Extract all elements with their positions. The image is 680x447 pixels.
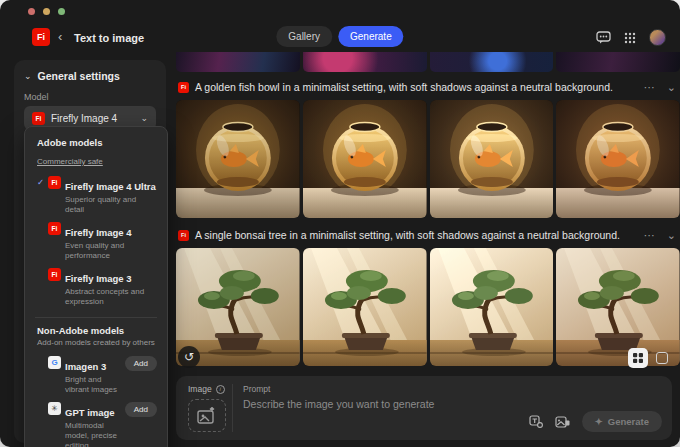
firefly-model-icon: Fi	[32, 112, 45, 125]
firefly-model-icon: Fi	[48, 268, 61, 281]
history-button[interactable]: ↺	[178, 346, 200, 368]
generated-image[interactable]	[556, 52, 680, 72]
chevron-down-icon: ⌄	[140, 114, 148, 123]
grid-view-button[interactable]	[628, 348, 648, 368]
model-description: Multimodal model, precise editing	[65, 421, 121, 447]
menu-divider	[35, 317, 157, 318]
model-dropdown-menu: Adobe models Commercially safe ✓ Fi Fire…	[24, 126, 168, 447]
generated-image-bonsai[interactable]	[303, 248, 427, 366]
window-controls[interactable]	[28, 8, 65, 15]
image-label: Image	[188, 384, 212, 394]
chevron-down-icon: ⌄	[24, 72, 32, 81]
sparkle-icon: ✦	[595, 416, 603, 427]
firefly-model-icon: Fi	[48, 176, 61, 189]
model-name: Imagen 3	[65, 361, 106, 372]
model-name: Firefly Image 4	[65, 227, 132, 238]
tab-generate[interactable]: Generate	[338, 26, 404, 47]
apps-grid-icon[interactable]	[624, 32, 636, 44]
collapse-row-icon[interactable]: ⌄	[667, 81, 676, 94]
bonsai-image-row	[176, 248, 680, 366]
single-view-button[interactable]	[656, 352, 668, 364]
generated-image-goldfish[interactable]	[556, 100, 680, 218]
history-icon: ↺	[184, 350, 194, 364]
feed-row-header: Fi A golden fish bowl in a minimalist se…	[176, 76, 680, 98]
minimize-window-button[interactable]	[43, 8, 50, 15]
commercially-safe-link[interactable]: Commercially safe	[37, 157, 103, 166]
model-description: Bright and vibrant images	[65, 375, 121, 395]
model-label: Model	[24, 92, 156, 102]
feed-row-header: Fi A single bonsai tree in a minimalist …	[176, 224, 680, 246]
settings-sidebar: ⌄ General settings Model Fi Firefly Imag…	[14, 60, 166, 443]
grid-view-icon	[633, 353, 643, 363]
generated-image-goldfish[interactable]	[176, 100, 300, 218]
add-imagen-button[interactable]: Add	[125, 356, 157, 371]
model-description: Superior quality and detail	[65, 195, 157, 215]
generated-image-bonsai[interactable]	[430, 248, 554, 366]
google-imagen-icon: G	[48, 356, 61, 369]
header-tabs: Gallery Generate	[276, 26, 403, 47]
firefly-app-window: Fi ‹ Text to image Gallery Generate	[0, 0, 680, 447]
menu-item-imagen-3[interactable]: G Imagen 3 Bright and vibrant images Add	[33, 353, 159, 399]
non-adobe-models-subtitle: Add-on models created by others	[37, 338, 159, 347]
generated-image[interactable]	[176, 52, 300, 72]
prompt-bar: Image i Prompt	[176, 376, 672, 440]
add-gpt-image-button[interactable]: Add	[125, 402, 157, 417]
reference-media-icon[interactable]	[555, 416, 570, 428]
tab-gallery[interactable]: Gallery	[276, 26, 332, 47]
close-window-button[interactable]	[28, 8, 35, 15]
prompt-label: Prompt	[243, 384, 662, 394]
info-icon[interactable]: i	[216, 385, 225, 394]
model-description: Abstract concepts and expression	[65, 287, 157, 307]
app-header: Fi ‹ Text to image Gallery Generate	[0, 24, 680, 54]
generation-feed: Fi A golden fish bowl in a minimalist se…	[176, 52, 680, 447]
feed-prompt-text: A golden fish bowl in a minimalist setti…	[195, 81, 613, 93]
adobe-models-header: Adobe models	[37, 137, 159, 148]
prompt-input[interactable]	[243, 398, 536, 410]
view-toggle	[628, 348, 668, 368]
previous-generation-row	[176, 52, 680, 72]
check-icon: ✓	[37, 176, 48, 189]
firefly-model-badge: Fi	[178, 82, 189, 93]
user-avatar[interactable]	[649, 29, 666, 46]
goldfish-image-row	[176, 100, 680, 218]
text-settings-icon[interactable]	[529, 415, 543, 428]
general-settings-header[interactable]: ⌄ General settings	[24, 70, 156, 82]
menu-item-firefly-image-4[interactable]: Fi Firefly Image 4 Even quality and perf…	[33, 219, 159, 265]
feedback-icon[interactable]	[596, 31, 611, 44]
model-name: Firefly Image 4 Ultra	[65, 181, 156, 192]
generated-image[interactable]	[430, 52, 554, 72]
generated-image-goldfish[interactable]	[303, 100, 427, 218]
openai-gpt-icon: ✳	[48, 402, 61, 415]
back-chevron-icon[interactable]: ‹	[58, 30, 62, 44]
collapse-row-icon[interactable]: ⌄	[667, 229, 676, 242]
non-adobe-models-header: Non-Adobe models	[37, 325, 159, 336]
feed-prompt-text: A single bonsai tree in a minimalist set…	[195, 229, 620, 241]
general-settings-label: General settings	[38, 70, 120, 82]
firefly-model-icon: Fi	[48, 222, 61, 235]
more-options-icon[interactable]: ⋯	[644, 81, 655, 94]
model-description: Even quality and performance	[65, 241, 157, 261]
generate-button-label: Generate	[608, 416, 649, 427]
menu-item-firefly-image-4-ultra[interactable]: ✓ Fi Firefly Image 4 Ultra Superior qual…	[33, 173, 159, 219]
more-options-icon[interactable]: ⋯	[644, 229, 655, 242]
model-select-value: Firefly Image 4	[51, 113, 134, 124]
model-name: GPT image	[65, 407, 115, 418]
menu-item-gpt-image[interactable]: ✳ GPT image Multimodal model, precise ed…	[33, 399, 159, 447]
firefly-model-badge: Fi	[178, 230, 189, 241]
page-title: Text to image	[74, 32, 144, 44]
generated-image[interactable]	[303, 52, 427, 72]
generate-button[interactable]: ✦ Generate	[582, 411, 662, 432]
generated-image-goldfish[interactable]	[430, 100, 554, 218]
image-upload-dropzone[interactable]	[188, 399, 226, 432]
menu-item-firefly-image-3[interactable]: Fi Firefly Image 3 Abstract concepts and…	[33, 265, 159, 311]
model-name: Firefly Image 3	[65, 273, 132, 284]
zoom-window-button[interactable]	[58, 8, 65, 15]
firefly-logo[interactable]: Fi	[32, 28, 50, 46]
